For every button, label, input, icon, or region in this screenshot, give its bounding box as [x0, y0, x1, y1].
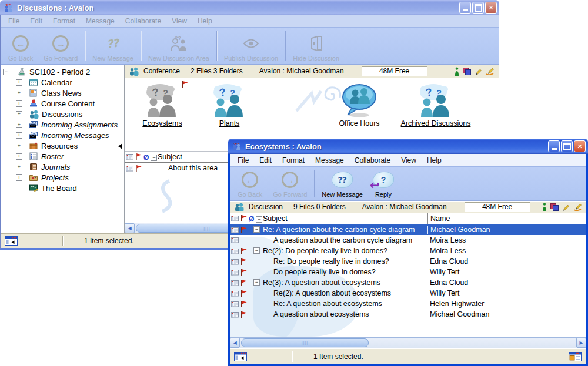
collapse-all-box[interactable]: −	[151, 155, 157, 161]
new-message-button[interactable]: ⁇New Message	[316, 167, 368, 200]
publish-discussion-button[interactable]: Publish Discussion	[219, 28, 283, 64]
tree-item-incoming-assignments[interactable]: +Incoming Assignments	[1, 119, 124, 130]
go-forward-button[interactable]: →Go Forward	[268, 167, 312, 200]
signature-icon[interactable]	[573, 203, 582, 211]
menu-format[interactable]: Format	[277, 155, 310, 166]
tree-item-roster[interactable]: +Roster	[1, 151, 124, 162]
menu-collaborate[interactable]: Collaborate	[120, 16, 166, 26]
message-row[interactable]: Do people really live in domes?Willy Ter…	[230, 267, 586, 277]
tree-item-journals[interactable]: +Journals	[1, 162, 124, 172]
conference-item-ecosystems[interactable]: ??Ecosystems	[129, 82, 195, 127]
reply-button[interactable]: ?↩Reply	[368, 167, 399, 200]
message-row[interactable]: −Re(3): A question about ecosystemsEdna …	[230, 277, 586, 288]
message-row[interactable]: −Re(2): Do people really live in domes?M…	[230, 246, 586, 256]
tree-item-course-content[interactable]: +Course Content	[1, 98, 124, 109]
new-message-button[interactable]: ⁇New Message	[87, 28, 139, 64]
menu-view[interactable]: View	[166, 16, 192, 26]
maximize-button[interactable]	[561, 140, 573, 152]
expand-box[interactable]: +	[16, 132, 22, 139]
expand-box[interactable]: +	[16, 90, 22, 96]
go-back-button[interactable]: ←Go Back	[3, 28, 38, 64]
thread-collapse-box[interactable]: −	[253, 247, 260, 254]
tree-item-calendar[interactable]: +Calendar	[1, 77, 124, 88]
presence-icon[interactable]	[542, 203, 547, 211]
expand-box[interactable]: +	[16, 143, 22, 149]
discussion-icon	[234, 203, 244, 211]
conference-item-archived-discussions[interactable]: ??Archived Discussions	[386, 82, 486, 127]
menu-file[interactable]: File	[232, 155, 254, 166]
message-row[interactable]: Re(2): A question about ecosystemsWilly …	[230, 288, 586, 298]
tree-item-sci102-period-2[interactable]: −SCI102 - Period 2	[1, 66, 124, 77]
expand-box[interactable]: +	[16, 111, 22, 117]
permissions-icon[interactable]	[550, 203, 559, 211]
menu-help[interactable]: Help	[422, 155, 447, 166]
split-pane-toggle-icon[interactable]	[234, 352, 247, 361]
expand-box[interactable]: +	[16, 100, 22, 107]
conference-item-office-hours[interactable]: Office Hours	[324, 82, 395, 127]
tree-item-incoming-messages[interactable]: +Incoming Messages	[1, 130, 124, 140]
selection-status-text: 1 Item selected.	[84, 237, 134, 245]
ecosystems-titlebar[interactable]: ?? Ecosystems : Avalon ✕	[228, 139, 588, 154]
expand-box[interactable]: +	[16, 79, 22, 86]
thread-collapse-box[interactable]: −	[253, 279, 260, 286]
message-list-header[interactable]: Ø − Subject Name	[230, 213, 586, 224]
menu-message[interactable]: Message	[310, 155, 349, 166]
message-row[interactable]: Re: A question about ecosystemsHelen Hig…	[230, 298, 586, 309]
scroll-left-arrow[interactable]: ◀	[125, 223, 135, 233]
hide-discussion-button[interactable]: Hide Discussion	[288, 28, 345, 64]
maximize-button[interactable]	[472, 2, 484, 14]
new-discussion-area-button[interactable]: ??New Discussion Area	[143, 28, 215, 64]
go-forward-button[interactable]: →Go Forward	[38, 28, 83, 64]
tree-item-discussions[interactable]: +Discussions	[1, 109, 124, 119]
menu-format[interactable]: Format	[48, 16, 81, 26]
scroll-left-arrow[interactable]: ◀	[230, 338, 240, 348]
expand-box[interactable]: +	[16, 153, 22, 160]
name-column-header[interactable]: Name	[427, 213, 450, 224]
tree-item-the-board[interactable]: The Board	[1, 183, 124, 193]
close-button[interactable]: ✕	[574, 140, 586, 152]
message-row[interactable]: A question about the carbon cycle diagra…	[230, 235, 586, 246]
signature-icon[interactable]	[486, 67, 495, 75]
message-row[interactable]: Re: Do people really live in domes?Edna …	[230, 256, 586, 267]
permissions-icon[interactable]	[463, 68, 471, 75]
message-row[interactable]: −Re: A question about the carbon cycle d…	[230, 224, 586, 235]
expand-box[interactable]: +	[16, 174, 22, 181]
edit-icon[interactable]	[562, 203, 570, 211]
scroll-thumb[interactable]	[241, 338, 369, 347]
subject-column-header[interactable]: Subject	[158, 153, 182, 161]
menu-edit[interactable]: Edit	[25, 16, 48, 26]
menu-message[interactable]: Message	[81, 16, 120, 26]
message-row[interactable]: A question about ecosystemsMichael Goodm…	[230, 309, 586, 320]
subject-column-header[interactable]: Subject	[263, 214, 288, 223]
conference-item-plants[interactable]: ??Plants	[196, 82, 262, 127]
tree-splitter-collapse-handle[interactable]	[118, 143, 122, 149]
go-back-button[interactable]: ←Go Back	[232, 167, 268, 200]
menu-edit[interactable]: Edit	[254, 155, 277, 166]
menu-collaborate[interactable]: Collaborate	[349, 155, 396, 166]
minimize-button[interactable]	[459, 2, 471, 14]
edit-icon[interactable]	[475, 68, 482, 75]
menu-view[interactable]: View	[396, 155, 422, 166]
discussions-titlebar[interactable]: ?? Discussions : Avalon ✕	[0, 0, 499, 15]
tree-item-class-news[interactable]: +Class News	[1, 88, 124, 98]
statusbar-separator	[292, 351, 292, 362]
view-grid-icon[interactable]	[569, 352, 582, 361]
split-pane-toggle-icon[interactable]	[5, 236, 18, 246]
expand-box[interactable]: +	[16, 122, 22, 128]
tree-item-resources[interactable]: +Resources	[1, 140, 124, 151]
class-news-icon	[29, 88, 38, 98]
menu-file[interactable]: File	[3, 16, 25, 26]
collapse-all-box[interactable]: −	[256, 216, 262, 223]
tree-item-projects[interactable]: +Projects	[1, 172, 124, 183]
scroll-track[interactable]	[240, 338, 576, 348]
close-button[interactable]: ✕	[485, 2, 497, 14]
presence-icon[interactable]	[455, 67, 459, 76]
minimize-button[interactable]	[548, 140, 560, 152]
thread-collapse-box[interactable]: −	[253, 226, 260, 233]
menu-help[interactable]: Help	[192, 16, 218, 26]
row-icons	[231, 237, 239, 243]
conference-kind-label: Conference	[143, 67, 180, 75]
scroll-right-arrow[interactable]: ▶	[576, 338, 586, 348]
collapse-box[interactable]: −	[3, 69, 9, 75]
expand-box[interactable]: +	[16, 164, 22, 170]
